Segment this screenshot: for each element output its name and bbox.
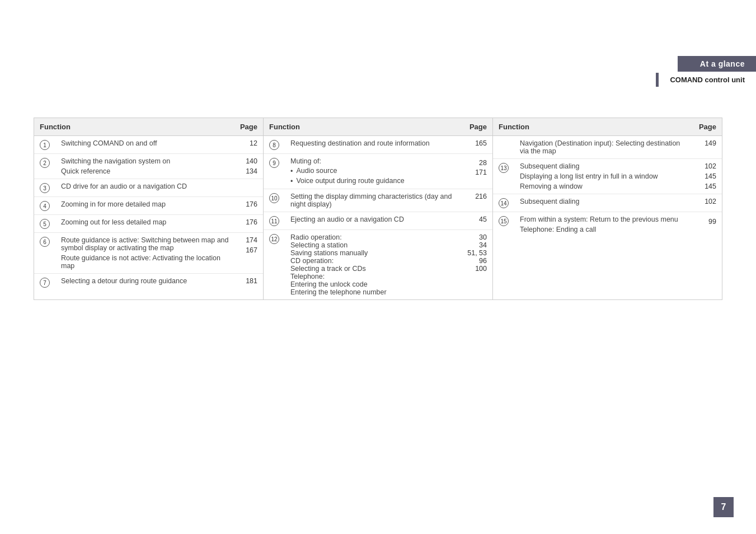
table-row: 13Subsequent dialingDisplaying a long li… bbox=[493, 159, 722, 194]
row-function: Radio operation:Selecting a stationSavin… bbox=[285, 230, 462, 300]
row-number: 15 bbox=[493, 212, 514, 237]
col-header-function: Function bbox=[264, 118, 462, 136]
table-row: Navigation (Destination input): Selectin… bbox=[493, 136, 722, 159]
row-number bbox=[493, 136, 514, 159]
table-row: 8Requesting destination and route inform… bbox=[264, 136, 492, 154]
row-page: 28171 bbox=[462, 154, 492, 189]
table-row: 2Switching the navigation system onQuick… bbox=[34, 154, 263, 179]
row-page: 45 bbox=[462, 212, 492, 230]
row-function: Zooming out for less detailed map bbox=[55, 215, 234, 233]
row-function: Muting of:•Audio source•Voice output dur… bbox=[285, 154, 462, 189]
row-page: 303451, 5396100 bbox=[462, 230, 492, 300]
comand-control-bar: COMAND control unit bbox=[656, 73, 756, 87]
row-page: 176 bbox=[234, 215, 263, 233]
row-page: 149 bbox=[693, 136, 722, 159]
row-page: 12 bbox=[234, 136, 263, 154]
row-page: 102145145 bbox=[693, 159, 722, 194]
column-2: FunctionPage8Requesting destination and … bbox=[264, 118, 493, 300]
col-header-function: Function bbox=[34, 118, 234, 136]
row-page: 99 bbox=[693, 212, 722, 237]
header-area: At a glance COMAND control unit bbox=[656, 56, 756, 87]
table-row: 9Muting of:•Audio source•Voice output du… bbox=[264, 154, 492, 189]
row-number: 13 bbox=[493, 159, 514, 194]
table-row: 7Selecting a detour during route guidanc… bbox=[34, 274, 263, 292]
table-row: 4Zooming in for more detailed map176 bbox=[34, 197, 263, 215]
table-row: 3CD drive for an audio or a navigation C… bbox=[34, 179, 263, 197]
row-page: 216 bbox=[462, 189, 492, 212]
row-function: Switching COMAND on and off bbox=[55, 136, 234, 154]
row-number: 14 bbox=[493, 194, 514, 212]
row-function: Requesting destination and route informa… bbox=[285, 136, 462, 154]
row-function: From within a system: Return to the prev… bbox=[514, 212, 693, 237]
row-number: 8 bbox=[264, 136, 285, 154]
row-number: 3 bbox=[34, 179, 55, 197]
row-function: Route guidance is active: Switching betw… bbox=[55, 233, 234, 274]
table-row: 12Radio operation:Selecting a stationSav… bbox=[264, 230, 492, 300]
row-page: 174167 bbox=[234, 233, 263, 274]
main-content: FunctionPage1Switching COMAND on and off… bbox=[34, 118, 722, 300]
row-number: 5 bbox=[34, 215, 55, 233]
row-number: 10 bbox=[264, 189, 285, 212]
row-function: Switching the navigation system onQuick … bbox=[55, 154, 234, 179]
at-a-glance-bar: At a glance bbox=[678, 56, 756, 72]
table-row: 15From within a system: Return to the pr… bbox=[493, 212, 722, 237]
row-page: 140134 bbox=[234, 154, 263, 179]
col-header-page: Page bbox=[462, 118, 492, 136]
table-row: 14Subsequent dialing102 bbox=[493, 194, 722, 212]
row-number: 2 bbox=[34, 154, 55, 179]
row-function: Zooming in for more detailed map bbox=[55, 197, 234, 215]
table-row: 5Zooming out for less detailed map176 bbox=[34, 215, 263, 233]
row-function: Subsequent dialingDisplaying a long list… bbox=[514, 159, 693, 194]
row-function: Ejecting an audio or a navigation CD bbox=[285, 212, 462, 230]
row-page: 102 bbox=[693, 194, 722, 212]
row-number: 4 bbox=[34, 197, 55, 215]
column-1: FunctionPage1Switching COMAND on and off… bbox=[34, 118, 264, 300]
col-header-page: Page bbox=[234, 118, 263, 136]
column-3: FunctionPageNavigation (Destination inpu… bbox=[493, 118, 722, 300]
table-row: 1Switching COMAND on and off12 bbox=[34, 136, 263, 154]
row-number: 1 bbox=[34, 136, 55, 154]
table-row: 11Ejecting an audio or a navigation CD45 bbox=[264, 212, 492, 230]
row-function: Subsequent dialing bbox=[514, 194, 693, 212]
row-page: 176 bbox=[234, 197, 263, 215]
row-page: 165 bbox=[462, 136, 492, 154]
table-row: 6Route guidance is active: Switching bet… bbox=[34, 233, 263, 274]
row-number: 9 bbox=[264, 154, 285, 189]
row-function: Setting the display dimming characterist… bbox=[285, 189, 462, 212]
row-page bbox=[234, 179, 263, 197]
row-number: 12 bbox=[264, 230, 285, 300]
row-function: Navigation (Destination input): Selectin… bbox=[514, 136, 693, 159]
row-function: CD drive for an audio or a navigation CD bbox=[55, 179, 234, 197]
row-number: 6 bbox=[34, 233, 55, 274]
col-header-function: Function bbox=[493, 118, 693, 136]
page-badge: 7 bbox=[713, 497, 734, 517]
row-page: 181 bbox=[234, 274, 263, 292]
col-header-page: Page bbox=[693, 118, 722, 136]
row-number: 7 bbox=[34, 274, 55, 292]
row-function: Selecting a detour during route guidance bbox=[55, 274, 234, 292]
table-row: 10Setting the display dimming characteri… bbox=[264, 189, 492, 212]
row-number: 11 bbox=[264, 212, 285, 230]
